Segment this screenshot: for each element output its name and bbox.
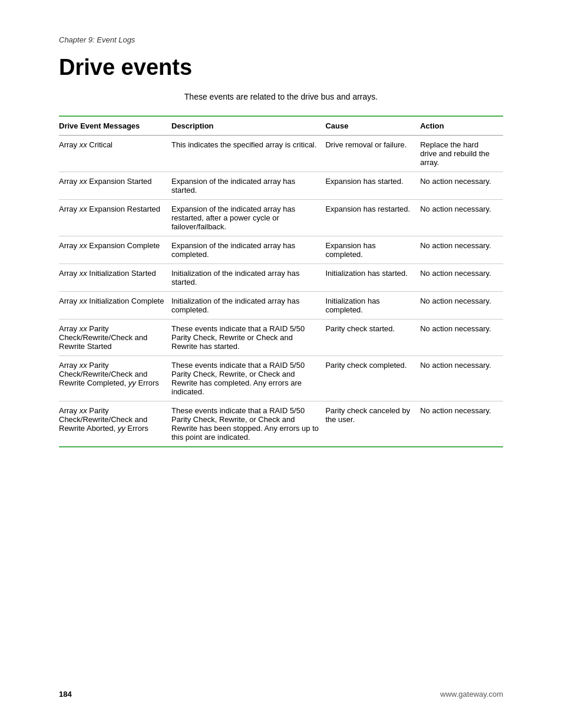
cell-message-0: Array xx Critical xyxy=(59,136,171,172)
table-row: Array xx Expansion RestartedExpansion of… xyxy=(59,200,503,236)
cell-cause-5: Initialization has completed. xyxy=(325,292,420,319)
col-header-cause: Cause xyxy=(325,117,420,136)
cell-action-7: No action necessary. xyxy=(420,356,503,401)
table-row: Array xx Expansion StartedExpansion of t… xyxy=(59,172,503,200)
table-row: Array xx Parity Check/Rewrite/Check and … xyxy=(59,356,503,401)
cell-cause-3: Expansion has completed. xyxy=(325,236,420,264)
table-row: Array xx Parity Check/Rewrite/Check and … xyxy=(59,319,503,356)
cell-description-0: This indicates the specified array is cr… xyxy=(171,136,325,172)
cell-action-5: No action necessary. xyxy=(420,292,503,319)
cell-description-8: These events indicate that a RAID 5/50 P… xyxy=(171,401,325,447)
cell-action-8: No action necessary. xyxy=(420,401,503,447)
cell-description-4: Initialization of the indicated array ha… xyxy=(171,264,325,292)
page-footer: 184 www.gateway.com xyxy=(0,690,562,699)
cell-description-1: Expansion of the indicated array has sta… xyxy=(171,172,325,200)
cell-message-3: Array xx Expansion Complete xyxy=(59,236,171,264)
cell-message-4: Array xx Initialization Started xyxy=(59,264,171,292)
cell-action-4: No action necessary. xyxy=(420,264,503,292)
cell-cause-0: Drive removal or failure. xyxy=(325,136,420,172)
cell-message-2: Array xx Expansion Restarted xyxy=(59,200,171,236)
cell-message-1: Array xx Expansion Started xyxy=(59,172,171,200)
cell-cause-6: Parity check started. xyxy=(325,319,420,356)
table-header: Drive Event Messages Description Cause A… xyxy=(59,117,503,136)
cell-message-6: Array xx Parity Check/Rewrite/Check and … xyxy=(59,319,171,356)
cell-action-6: No action necessary. xyxy=(420,319,503,356)
cell-message-8: Array xx Parity Check/Rewrite/Check and … xyxy=(59,401,171,447)
page-number: 184 xyxy=(59,690,72,699)
table-row: Array xx Parity Check/Rewrite/Check and … xyxy=(59,401,503,447)
col-header-description: Description xyxy=(171,117,325,136)
col-header-message: Drive Event Messages xyxy=(59,117,171,136)
cell-cause-8: Parity check canceled by the user. xyxy=(325,401,420,447)
table-row: Array xx CriticalThis indicates the spec… xyxy=(59,136,503,172)
cell-description-6: These events indicate that a RAID 5/50 P… xyxy=(171,319,325,356)
cell-description-7: These events indicate that a RAID 5/50 P… xyxy=(171,356,325,401)
cell-cause-1: Expansion has started. xyxy=(325,172,420,200)
cell-action-3: No action necessary. xyxy=(420,236,503,264)
cell-message-5: Array xx Initialization Complete xyxy=(59,292,171,319)
drive-events-table: Drive Event Messages Description Cause A… xyxy=(59,117,503,446)
col-header-action: Action xyxy=(420,117,503,136)
page-title: Drive events xyxy=(59,55,503,80)
table-row: Array xx Expansion CompleteExpansion of … xyxy=(59,236,503,264)
cell-action-2: No action necessary. xyxy=(420,200,503,236)
table-body: Array xx CriticalThis indicates the spec… xyxy=(59,136,503,447)
cell-action-0: Replace the hard drive and rebuild the a… xyxy=(420,136,503,172)
cell-description-2: Expansion of the indicated array has res… xyxy=(171,200,325,236)
subtitle: These events are related to the drive bu… xyxy=(59,92,503,101)
cell-cause-2: Expansion has restarted. xyxy=(325,200,420,236)
cell-message-7: Array xx Parity Check/Rewrite/Check and … xyxy=(59,356,171,401)
cell-description-3: Expansion of the indicated array has com… xyxy=(171,236,325,264)
cell-description-5: Initialization of the indicated array ha… xyxy=(171,292,325,319)
table-row: Array xx Initialization CompleteInitiali… xyxy=(59,292,503,319)
chapter-label: Chapter 9: Event Logs xyxy=(59,35,503,44)
cell-cause-4: Initialization has started. xyxy=(325,264,420,292)
page: Chapter 9: Event Logs Drive events These… xyxy=(0,0,562,728)
footer-url: www.gateway.com xyxy=(440,690,503,699)
cell-cause-7: Parity check completed. xyxy=(325,356,420,401)
drive-events-table-wrapper: Drive Event Messages Description Cause A… xyxy=(59,116,503,447)
table-row: Array xx Initialization StartedInitializ… xyxy=(59,264,503,292)
cell-action-1: No action necessary. xyxy=(420,172,503,200)
